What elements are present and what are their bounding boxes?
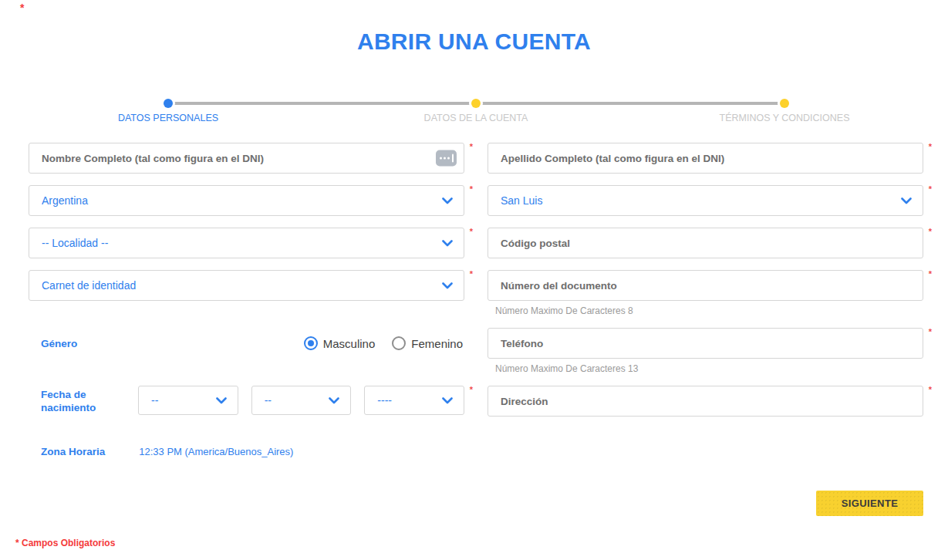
required-marker: *: [929, 228, 932, 236]
tipo-documento-select-value: Carnet de identidad: [42, 279, 442, 292]
stepper: DATOS PERSONALES DATOS DE LA CUENTA TÉRM…: [0, 96, 948, 127]
apellido-field-wrap: *: [487, 143, 923, 174]
required-marker: *: [470, 270, 473, 278]
radio-masculino-label: Masculino: [323, 337, 376, 350]
step-label-datos-cuenta[interactable]: DATOS DE LA CUENTA: [424, 113, 528, 123]
signup-page: * ABRIR UNA CUENTA DATOS PERSONALES DATO…: [0, 0, 948, 560]
required-marker: *: [470, 386, 473, 394]
genero-label: Género: [41, 338, 77, 349]
step-dot-terminos: [780, 99, 789, 108]
required-marker: *: [929, 328, 932, 336]
required-marker: *: [470, 228, 473, 236]
genero-radio-group: Masculino Femenino: [304, 336, 464, 350]
localidad-select-value: -- Localidad --: [42, 237, 442, 249]
required-marker: *: [470, 143, 473, 151]
chevron-down-icon: [442, 282, 453, 289]
required-marker: *: [929, 270, 932, 278]
radio-circle-icon: [304, 336, 318, 350]
anio-select[interactable]: ----: [364, 386, 464, 415]
fecha-nacimiento-cell: Fecha de nacimiento -- --: [29, 386, 464, 415]
codigo-postal-field-wrap: *: [487, 228, 923, 258]
provincia-field-wrap: San Luis *: [487, 185, 923, 216]
fecha-nacimiento-label: Fecha de nacimiento: [29, 386, 138, 414]
zona-horaria-label: Zona Horaria: [41, 446, 105, 457]
radio-femenino[interactable]: Femenino: [392, 336, 463, 350]
provincia-select-value: San Luis: [501, 194, 901, 207]
mes-select[interactable]: --: [251, 386, 352, 415]
required-marker: *: [470, 185, 473, 194]
nombre-field-wrap: *: [29, 143, 464, 174]
chevron-down-icon: [442, 197, 453, 204]
localidad-field-wrap: -- Localidad -- *: [29, 228, 464, 258]
numero-documento-input[interactable]: [487, 270, 923, 301]
chevron-down-icon: [329, 397, 339, 404]
dia-select-value: --: [151, 394, 216, 407]
radio-masculino[interactable]: Masculino: [304, 336, 376, 350]
page-title: ABRIR UNA CUENTA: [0, 28, 948, 56]
pais-field-wrap: Argentina *: [29, 185, 464, 216]
required-marker-top: *: [20, 2, 24, 14]
anio-select-value: ----: [377, 394, 442, 407]
tipo-documento-field-wrap: Carnet de identidad *: [29, 270, 464, 301]
required-marker: *: [929, 386, 932, 394]
step-dot-datos-cuenta: [471, 99, 481, 108]
autofill-icon[interactable]: [436, 150, 457, 167]
telefono-input[interactable]: [487, 328, 923, 359]
telefono-cell: * Número Maximo De Caracteres 13: [487, 328, 923, 374]
required-fields-note: * Campos Obligatorios: [15, 538, 115, 548]
mes-select-value: --: [265, 394, 329, 407]
telefono-helper: Número Maximo De Caracteres 13: [495, 363, 923, 374]
localidad-select[interactable]: -- Localidad --: [29, 228, 464, 258]
zona-horaria-cell: Zona Horaria 12:33 PM (America/Buenos_Ai…: [29, 446, 464, 457]
genero-cell: Género Masculino Femenino: [29, 328, 464, 359]
pais-select-value: Argentina: [42, 194, 442, 207]
fecha-nacimiento-selects: -- -- ----: [138, 386, 464, 415]
personal-data-form: * * Argentina * San Luis *: [29, 143, 923, 528]
radio-circle-icon: [392, 336, 406, 350]
chevron-down-icon: [442, 240, 453, 247]
direccion-field-wrap: *: [487, 386, 923, 417]
required-marker: *: [929, 143, 932, 151]
submit-cell: SIGUIENTE: [487, 491, 923, 516]
step-label-terminos[interactable]: TÉRMINOS Y CONDICIONES: [719, 113, 849, 123]
step-label-datos-personales[interactable]: DATOS PERSONALES: [118, 113, 218, 123]
tipo-documento-select[interactable]: Carnet de identidad: [29, 270, 464, 301]
siguiente-button[interactable]: SIGUIENTE: [816, 491, 923, 516]
step-dot-datos-personales: [164, 99, 173, 108]
dia-select[interactable]: --: [138, 386, 238, 415]
pais-select[interactable]: Argentina: [29, 185, 464, 216]
required-marker: *: [929, 185, 932, 194]
apellido-input[interactable]: [487, 143, 923, 174]
chevron-down-icon: [901, 197, 912, 204]
radio-femenino-label: Femenino: [411, 337, 463, 350]
nombre-input[interactable]: [29, 143, 464, 174]
direccion-input[interactable]: [487, 386, 923, 417]
chevron-down-icon: [216, 397, 227, 404]
numero-documento-cell: * Número Maximo De Caracteres 8: [487, 270, 923, 316]
codigo-postal-input[interactable]: [487, 228, 923, 258]
provincia-select[interactable]: San Luis: [487, 185, 923, 216]
numero-documento-helper: Número Maximo De Caracteres 8: [495, 305, 923, 316]
zona-horaria-value: 12:33 PM (America/Buenos_Aires): [139, 446, 293, 457]
chevron-down-icon: [442, 397, 453, 404]
